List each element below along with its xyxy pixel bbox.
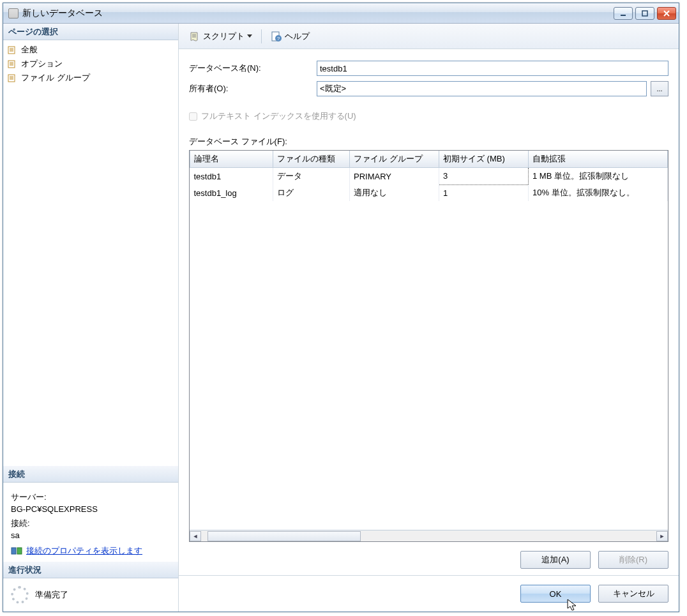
page-icon bbox=[7, 45, 17, 55]
cell-logical-name[interactable]: testdb1_log bbox=[190, 184, 273, 201]
window-title: 新しいデータベース bbox=[22, 8, 614, 19]
page-label: 全般 bbox=[21, 44, 38, 56]
page-label: オプション bbox=[21, 58, 63, 70]
dialog-footer: OK キャンセル bbox=[179, 575, 679, 612]
svg-rect-1 bbox=[642, 11, 647, 16]
owner-label: 所有者(O): bbox=[189, 83, 317, 94]
script-button[interactable]: スクリプト bbox=[186, 29, 255, 43]
col-file-type[interactable]: ファイルの種類 bbox=[273, 151, 350, 168]
dialog-window: 新しいデータベース ページの選択 全般 bbox=[3, 3, 679, 612]
cell-logical-name[interactable]: testdb1 bbox=[190, 168, 273, 185]
remove-button: 削除(R) bbox=[598, 551, 668, 569]
cell-file-type[interactable]: ログ bbox=[273, 184, 350, 201]
database-icon bbox=[8, 8, 19, 19]
table-row[interactable]: testdb1_log ログ 適用なし 1 10% 単位。拡張制限なし。 bbox=[190, 184, 668, 201]
progress-status: 準備完了 bbox=[35, 589, 68, 601]
cell-autogrowth[interactable]: 10% 単位。拡張制限なし。 bbox=[529, 184, 668, 201]
files-table[interactable]: 論理名 ファイルの種類 ファイル グループ 初期サイズ (MB) 自動拡張 te… bbox=[190, 151, 668, 201]
add-button[interactable]: 追加(A) bbox=[520, 551, 591, 569]
page-item-options[interactable]: オプション bbox=[3, 57, 178, 71]
connection-properties-link[interactable]: 接続のプロパティを表示します bbox=[26, 545, 142, 557]
page-item-general[interactable]: 全般 bbox=[3, 43, 178, 57]
help-button[interactable]: ? ヘルプ bbox=[268, 29, 312, 43]
fulltext-label: フルテキスト インデックスを使用する(U) bbox=[201, 110, 356, 122]
scroll-thumb[interactable] bbox=[208, 531, 361, 541]
svg-rect-8 bbox=[17, 548, 22, 554]
cell-filegroup[interactable]: 適用なし bbox=[350, 184, 439, 201]
progress-panel: 準備完了 bbox=[3, 578, 178, 612]
cell-initial-size[interactable]: 1 bbox=[439, 184, 529, 201]
right-panel: スクリプト ? ヘルプ データベース名(N): bbox=[179, 24, 679, 612]
dbname-label: データベース名(N): bbox=[189, 63, 317, 74]
ok-button[interactable]: OK bbox=[520, 585, 591, 603]
progress-header: 進行状況 bbox=[3, 562, 178, 578]
titlebar[interactable]: 新しいデータベース bbox=[3, 3, 679, 24]
svg-text:?: ? bbox=[277, 36, 280, 41]
script-label: スクリプト bbox=[203, 31, 245, 42]
properties-icon bbox=[11, 545, 22, 557]
cancel-button[interactable]: キャンセル bbox=[598, 585, 668, 603]
help-icon: ? bbox=[271, 31, 282, 42]
server-value: BG-PC¥SQLEXPRESS bbox=[11, 504, 170, 514]
cell-autogrowth[interactable]: 1 MB 単位。拡張制限なし bbox=[529, 168, 668, 185]
toolbar: スクリプト ? ヘルプ bbox=[179, 24, 679, 49]
conn-value: sa bbox=[11, 530, 170, 540]
connection-panel: サーバー: BG-PC¥SQLEXPRESS 接続: sa 接続のプロパティを表… bbox=[3, 483, 178, 562]
cell-file-type[interactable]: データ bbox=[273, 168, 350, 185]
scroll-right-button[interactable]: ► bbox=[656, 531, 668, 541]
page-list: 全般 オプション ファイル グループ bbox=[3, 40, 178, 87]
page-icon bbox=[7, 59, 17, 69]
col-logical-name[interactable]: 論理名 bbox=[190, 151, 273, 168]
chevron-down-icon bbox=[247, 34, 252, 38]
owner-input[interactable] bbox=[317, 81, 647, 96]
cell-filegroup[interactable]: PRIMARY bbox=[350, 168, 439, 185]
svg-rect-7 bbox=[11, 548, 16, 554]
close-button[interactable] bbox=[657, 7, 676, 20]
horizontal-scrollbar[interactable]: ◄ ► bbox=[190, 530, 668, 541]
left-panel: ページの選択 全般 オプション bbox=[3, 24, 179, 612]
conn-label: 接続: bbox=[11, 518, 170, 529]
page-item-filegroups[interactable]: ファイル グループ bbox=[3, 71, 178, 85]
scroll-track[interactable] bbox=[201, 531, 656, 541]
col-filegroup[interactable]: ファイル グループ bbox=[350, 151, 439, 168]
col-autogrowth[interactable]: 自動拡張 bbox=[529, 151, 668, 168]
owner-browse-button[interactable]: ... bbox=[651, 81, 668, 96]
files-table-wrap: 論理名 ファイルの種類 ファイル グループ 初期サイズ (MB) 自動拡張 te… bbox=[189, 150, 668, 542]
files-label: データベース ファイル(F): bbox=[189, 136, 668, 147]
main-content: データベース名(N): 所有者(O): ... フルテキスト インデックスを使用… bbox=[179, 49, 679, 575]
cell-initial-size[interactable]: 3 bbox=[439, 168, 529, 185]
table-row[interactable]: testdb1 データ PRIMARY 3 1 MB 単位。拡張制限なし bbox=[190, 168, 668, 185]
page-label: ファイル グループ bbox=[21, 72, 90, 84]
connection-header: 接続 bbox=[3, 466, 178, 483]
script-icon bbox=[189, 31, 200, 42]
fulltext-checkbox bbox=[189, 112, 197, 121]
pages-header: ページの選択 bbox=[3, 24, 178, 40]
server-label: サーバー: bbox=[11, 492, 170, 503]
help-label: ヘルプ bbox=[285, 31, 310, 42]
spinner-icon bbox=[11, 586, 29, 604]
minimize-button[interactable] bbox=[614, 7, 633, 20]
col-initial-size[interactable]: 初期サイズ (MB) bbox=[439, 151, 529, 168]
dbname-input[interactable] bbox=[317, 61, 668, 76]
page-icon bbox=[7, 73, 17, 83]
toolbar-separator bbox=[261, 29, 262, 43]
maximize-button[interactable] bbox=[635, 7, 654, 20]
scroll-left-button[interactable]: ◄ bbox=[190, 531, 201, 541]
